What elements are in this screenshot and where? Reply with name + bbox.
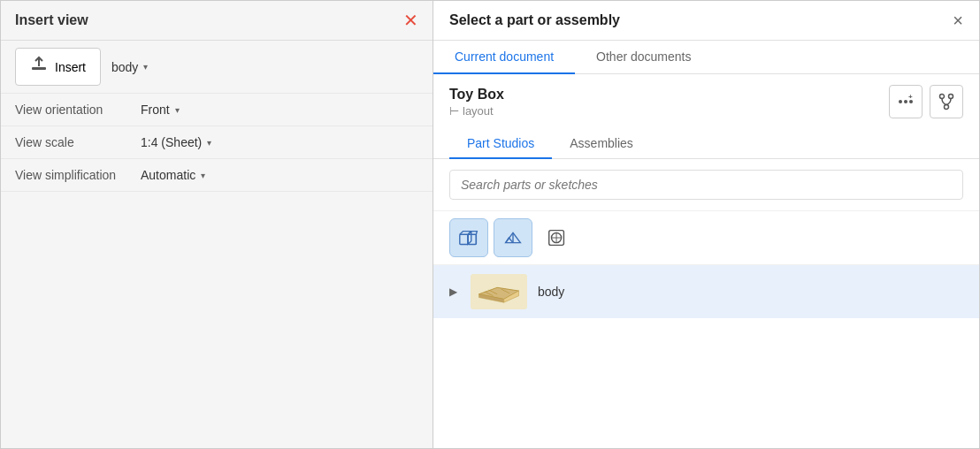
view-orientation-label: View orientation [15,103,130,117]
view-scale-row: View scale 1:4 (Sheet) ▾ [1,126,433,159]
select-panel-close-button[interactable]: × [953,11,963,29]
tab-other-documents[interactable]: Other documents [575,41,712,74]
inner-tabs: Part Studios Assemblies [433,129,979,159]
svg-point-7 [945,105,949,110]
solid-parts-filter-button[interactable] [449,218,488,257]
view-scale-label: View scale [15,135,130,149]
surface-parts-filter-button[interactable] [494,218,532,257]
add-branch-button[interactable]: + [889,85,923,118]
tab-current-document[interactable]: Current document [433,41,575,74]
sketches-filter-button[interactable] [538,218,577,257]
list-item[interactable]: ▶ body [433,265,979,318]
insert-button-label: Insert [55,60,86,74]
svg-rect-0 [32,67,46,70]
insert-panel-header: Insert view ✕ [1,1,433,41]
doc-actions: + [889,85,963,118]
view-orientation-value: Front [141,103,170,117]
list-item-name: body [538,285,564,299]
view-simplification-dropdown[interactable]: Automatic ▾ [141,168,418,182]
view-simplification-arrow: ▾ [201,171,205,180]
view-simplification-row: View simplification Automatic ▾ [1,159,433,192]
view-simplification-value: Automatic [141,168,195,182]
branch-button[interactable] [930,85,963,118]
doc-info-row: Toy Box ⊢ layout + [433,74,979,122]
body-dropdown[interactable]: body ▾ [111,60,418,74]
view-orientation-row: View orientation Front ▾ [1,94,433,126]
parts-list: ▶ body [433,265,979,448]
chevron-right-icon: ▶ [449,285,460,298]
search-input[interactable] [449,170,963,200]
doc-layout-row: ⊢ layout [449,104,504,118]
insert-panel-title: Insert view [15,12,88,28]
tab-part-studios[interactable]: Part Studios [449,129,552,159]
insert-icon [30,56,48,78]
svg-text:+: + [908,93,913,101]
view-scale-value: 1:4 (Sheet) [141,135,202,149]
insert-panel: Insert view ✕ Insert body ▾ View orienta… [0,0,433,449]
filter-row [433,211,979,265]
view-orientation-arrow: ▾ [175,105,180,115]
tab-assemblies[interactable]: Assemblies [552,129,651,159]
top-tabs: Current document Other documents [433,41,979,74]
select-panel-header: Select a part or assembly × [433,1,979,41]
svg-point-1 [899,100,902,103]
layout-label: layout [463,104,494,118]
view-scale-arrow: ▾ [207,138,211,148]
body-value: body [111,60,138,74]
search-row [433,159,979,211]
svg-point-2 [904,100,907,103]
insert-button[interactable]: Insert [15,48,101,86]
select-panel: Select a part or assembly × Current docu… [433,0,980,449]
select-panel-title: Select a part or assembly [449,12,620,28]
view-simplification-label: View simplification [15,168,130,182]
svg-point-5 [940,95,945,99]
insert-row: Insert body ▾ [1,41,433,94]
svg-point-6 [949,95,953,99]
view-scale-dropdown[interactable]: 1:4 (Sheet) ▾ [141,135,418,149]
body-arrow: ▾ [143,62,148,72]
doc-info-left: Toy Box ⊢ layout [449,87,504,118]
layout-icon: ⊢ [449,104,459,118]
insert-panel-close-button[interactable]: ✕ [403,11,418,29]
svg-rect-8 [460,234,468,244]
document-name: Toy Box [449,87,504,103]
view-orientation-dropdown[interactable]: Front ▾ [141,103,418,117]
part-thumbnail [471,274,527,309]
